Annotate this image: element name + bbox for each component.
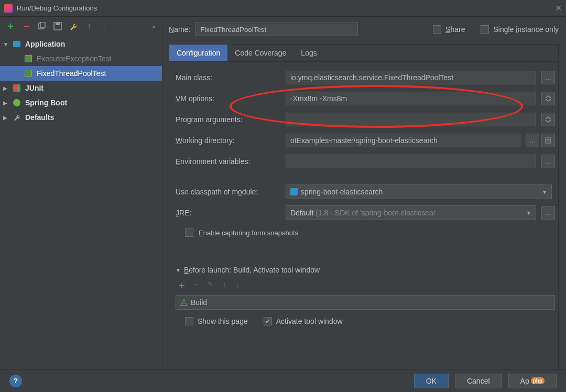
main-class-input[interactable] — [286, 71, 536, 84]
main-class-label: Main class: — [176, 73, 286, 82]
apply-button[interactable]: Apphp — [508, 374, 557, 388]
svg-rect-4 — [546, 138, 551, 143]
defaults-icon — [13, 113, 21, 122]
tree-node-fixed-test[interactable]: FixedThreadPoolTest — [0, 66, 162, 81]
tab-configuration[interactable]: Configuration — [169, 45, 227, 61]
name-label: Name: — [169, 25, 190, 34]
tree-node-spring[interactable]: ▶ Spring Boot — [0, 95, 162, 110]
tree-node-application[interactable]: ▼ Application — [0, 37, 162, 51]
php-badge: php — [531, 377, 545, 384]
classpath-label: Use classpath of module: — [176, 188, 286, 196]
save-icon[interactable] — [53, 22, 62, 30]
before-remove-icon[interactable]: − — [194, 280, 199, 291]
junit-label: JUnit — [25, 84, 43, 92]
classpath-dropdown[interactable]: spring-boot-elasticsearch ▼ — [286, 184, 552, 199]
before-up-icon[interactable]: ↑ — [223, 280, 226, 291]
vm-options-label: VM options: — [176, 94, 286, 103]
activate-tool-checkbox[interactable] — [264, 317, 272, 325]
jre-value: Default (1.8 - SDK of 'spring-boot-elast… — [290, 209, 436, 217]
sidebar-toolbar: + − ↑ ↓ » — [0, 17, 162, 36]
executor-test-label: ExecutorExceptionTest — [37, 55, 111, 63]
jre-label: JRE: — [176, 209, 286, 217]
show-page-checkbox[interactable] — [185, 317, 193, 325]
browse-wd-button[interactable]: … — [526, 134, 539, 147]
move-up-icon[interactable]: ↑ — [85, 22, 93, 30]
overflow-icon[interactable]: » — [152, 23, 156, 30]
java-error-icon — [25, 55, 32, 62]
tabs: Configuration Code Coverage Logs — [169, 45, 558, 62]
before-down-icon[interactable]: ↓ — [236, 280, 240, 291]
close-icon[interactable]: ✕ — [555, 3, 562, 13]
single-instance-checkbox[interactable] — [481, 25, 489, 34]
dialog-footer: ? OK Cancel Apphp — [0, 369, 566, 392]
tree-node-junit[interactable]: ▶ JUnit — [0, 81, 162, 95]
config-tree: ▼ Application ExecutorExceptionTest Fixe… — [0, 36, 162, 125]
expand-args-button[interactable] — [541, 113, 555, 126]
enable-snapshot-checkbox[interactable] — [185, 228, 193, 237]
add-config-icon[interactable]: + — [6, 22, 15, 30]
remove-config-icon[interactable]: − — [22, 22, 30, 30]
activate-tool-label: Activate tool window — [276, 317, 343, 325]
application-label: Application — [25, 40, 65, 48]
program-args-input[interactable] — [286, 113, 536, 126]
move-down-icon[interactable]: ↓ — [101, 22, 109, 30]
browse-env-button[interactable]: … — [541, 155, 555, 168]
expander-icon[interactable]: ▶ — [3, 115, 10, 121]
tree-node-defaults[interactable]: ▶ Defaults — [0, 110, 162, 125]
fixed-test-label: FixedThreadPoolTest — [37, 69, 106, 78]
working-dir-input[interactable] — [286, 134, 520, 147]
before-launch-title[interactable]: ▼ Before launch: Build, Activate tool wi… — [176, 266, 555, 274]
jre-dropdown[interactable]: Default (1.8 - SDK of 'spring-boot-elast… — [286, 205, 536, 220]
help-button[interactable]: ? — [9, 375, 22, 387]
working-dir-label: Working directory: — [176, 136, 286, 145]
window-title: Run/Debug Configurations — [17, 4, 97, 12]
share-label: Share — [445, 25, 465, 34]
apply-text: Ap — [520, 377, 529, 385]
show-page-label: Show this page — [198, 317, 248, 325]
tree-node-executor-test[interactable]: ExecutorExceptionTest — [0, 51, 162, 66]
env-vars-input[interactable] — [286, 155, 536, 168]
expander-icon[interactable]: ▼ — [3, 41, 10, 47]
svg-rect-3 — [56, 23, 60, 25]
module-icon — [290, 188, 298, 195]
app-icon — [4, 4, 13, 13]
tab-logs[interactable]: Logs — [293, 45, 324, 61]
junit-icon — [13, 84, 20, 92]
sidebar: + − ↑ ↓ » ▼ Application ExecutorExceptio… — [0, 17, 162, 368]
build-icon — [180, 299, 188, 306]
ok-button[interactable]: OK — [414, 374, 449, 388]
tab-coverage[interactable]: Code Coverage — [227, 45, 293, 61]
expand-vm-button[interactable] — [541, 92, 555, 105]
spring-icon — [13, 99, 20, 106]
collapse-icon: ▼ — [176, 267, 181, 273]
wrench-icon[interactable] — [69, 22, 78, 30]
share-checkbox[interactable] — [433, 25, 441, 34]
enable-snapshot-label: Enable capturing form snapshots — [199, 229, 298, 237]
single-instance-label: Single instance only — [493, 25, 559, 34]
spring-label: Spring Boot — [25, 99, 67, 107]
svg-rect-1 — [40, 22, 45, 28]
java-icon — [25, 70, 32, 77]
classpath-value: spring-boot-elasticsearch — [301, 188, 383, 196]
build-task-item[interactable]: Build — [176, 295, 555, 310]
browse-jre-button[interactable]: … — [541, 206, 555, 220]
application-type-icon — [13, 41, 20, 47]
macros-wd-button[interactable] — [541, 134, 555, 147]
program-args-label: Program arguments: — [176, 115, 286, 124]
build-label: Build — [191, 298, 207, 307]
copy-icon[interactable] — [38, 22, 46, 30]
cancel-button[interactable]: Cancel — [455, 374, 502, 388]
defaults-label: Defaults — [25, 113, 54, 122]
title-bar: Run/Debug Configurations ✕ — [0, 0, 566, 17]
expander-icon[interactable]: ▶ — [3, 85, 10, 91]
expander-icon[interactable]: ▶ — [3, 100, 10, 106]
chevron-down-icon: ▼ — [542, 189, 547, 195]
before-add-icon[interactable]: + — [179, 280, 185, 291]
before-edit-icon[interactable]: ✎ — [208, 280, 213, 291]
chevron-down-icon: ▼ — [526, 210, 531, 216]
browse-main-class-button[interactable]: … — [541, 71, 555, 84]
env-vars-label: Environment variables: — [176, 157, 286, 166]
content-panel: Name: Share Single instance only Configu… — [162, 17, 566, 368]
name-input[interactable] — [195, 23, 358, 36]
vm-options-input[interactable] — [286, 92, 536, 105]
